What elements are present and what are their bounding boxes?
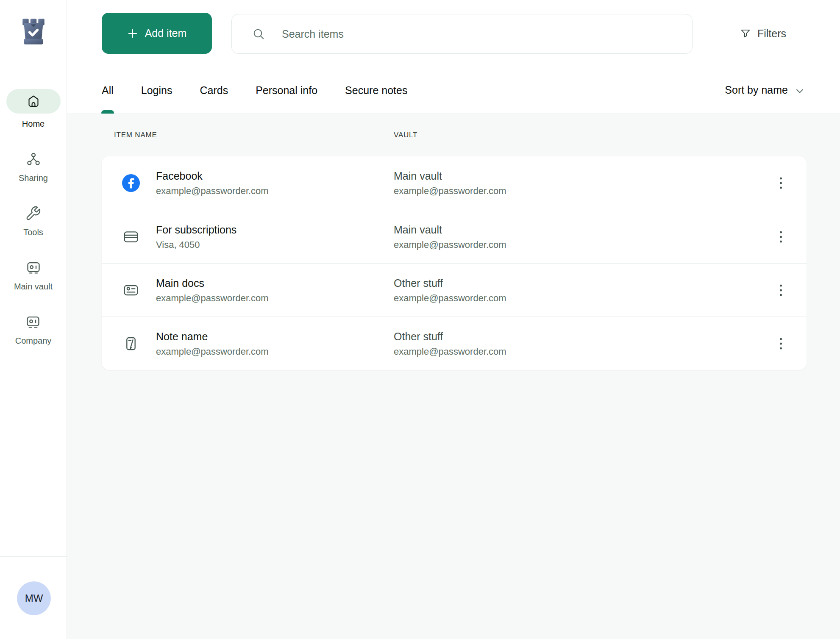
item-row-facebook[interactable]: Facebook example@passworder.com Main vau…	[102, 156, 807, 210]
add-item-button[interactable]: Add item	[102, 13, 212, 54]
sidebar-item-tools[interactable]: Tools	[23, 205, 43, 237]
item-vault: Other stuff	[394, 277, 506, 289]
item-vault: Main vault	[394, 169, 506, 182]
items-list: Facebook example@passworder.com Main vau…	[102, 156, 807, 370]
sidebar-item-label: Main vault	[14, 281, 53, 292]
tab-cards[interactable]: Cards	[200, 83, 228, 97]
item-subtitle: Visa, 4050	[156, 239, 236, 250]
search-box[interactable]	[231, 14, 693, 54]
main-area: Add item Filters All Logins Cards Person…	[67, 0, 840, 639]
items-content: ITEM NAME VAULT Facebook example@passwor…	[67, 114, 840, 639]
row-menu-button[interactable]	[776, 333, 786, 353]
column-header-vault: VAULT	[394, 131, 417, 139]
item-row-note-name[interactable]: Note name example@passworder.com Other s…	[102, 317, 807, 370]
sidebar-item-sharing[interactable]: Sharing	[19, 151, 48, 183]
castle-logo-icon[interactable]	[21, 19, 46, 47]
credit-card-icon	[122, 228, 139, 245]
home-pill	[6, 89, 61, 114]
row-menu-button[interactable]	[776, 280, 786, 300]
sidebar-item-label: Sharing	[19, 173, 48, 183]
item-vault-subtitle: example@passworder.com	[394, 292, 506, 304]
item-subtitle: example@passworder.com	[156, 292, 269, 304]
item-vault-subtitle: example@passworder.com	[394, 239, 506, 250]
search-icon	[252, 28, 265, 40]
id-card-icon	[122, 282, 139, 299]
item-subtitle: example@passworder.com	[156, 185, 269, 197]
wrench-icon	[25, 206, 41, 222]
row-menu-button[interactable]	[776, 173, 786, 193]
tab-all[interactable]: All	[102, 83, 114, 97]
sidebar-item-label: Home	[22, 119, 45, 129]
item-vault-subtitle: example@passworder.com	[394, 185, 506, 197]
item-row-for-subscriptions[interactable]: For subscriptions Visa, 4050 Main vault …	[102, 210, 807, 263]
sidebar-item-label: Company	[15, 336, 52, 346]
add-item-label: Add item	[145, 27, 187, 39]
safe-icon	[25, 260, 42, 276]
tab-personal-info[interactable]: Personal info	[256, 83, 317, 97]
user-avatar[interactable]: MW	[17, 581, 51, 615]
row-menu-button[interactable]	[776, 227, 786, 247]
sidebar-item-company[interactable]: Company	[15, 314, 52, 346]
chevron-down-icon	[795, 86, 805, 96]
facebook-icon	[122, 174, 140, 192]
sort-label: Sort by name	[725, 84, 788, 96]
sidebar-nav: Home Sharing Tools	[0, 89, 67, 346]
filters-button[interactable]: Filters	[740, 21, 786, 46]
note-icon	[122, 335, 139, 352]
column-header-item-name: ITEM NAME	[114, 131, 157, 139]
search-input[interactable]	[282, 28, 692, 40]
item-vault-subtitle: example@passworder.com	[394, 346, 506, 357]
tabs-row: All Logins Cards Personal info Secure no…	[102, 83, 805, 97]
item-vault: Main vault	[394, 223, 506, 236]
item-name: Note name	[156, 330, 269, 343]
home-icon	[26, 94, 41, 108]
filters-label: Filters	[757, 28, 786, 40]
sidebar-item-main-vault[interactable]: Main vault	[14, 259, 53, 292]
sidebar-item-label: Tools	[23, 227, 43, 237]
item-subtitle: example@passworder.com	[156, 346, 269, 357]
sort-dropdown[interactable]: Sort by name	[725, 84, 805, 96]
app-window: Home Sharing Tools	[0, 0, 840, 639]
item-name: For subscriptions	[156, 223, 236, 236]
share-icon	[25, 151, 42, 167]
sidebar-item-home[interactable]: Home	[6, 89, 61, 129]
plus-icon	[127, 28, 138, 39]
tab-secure-notes[interactable]: Secure notes	[345, 83, 407, 97]
tab-logins[interactable]: Logins	[141, 83, 172, 97]
item-vault: Other stuff	[394, 330, 506, 343]
sidebar: Home Sharing Tools	[0, 0, 67, 639]
item-row-main-docs[interactable]: Main docs example@passworder.com Other s…	[102, 263, 807, 317]
item-name: Facebook	[156, 169, 269, 182]
category-tabs: All Logins Cards Personal info Secure no…	[102, 83, 407, 97]
filter-funnel-icon	[740, 28, 751, 39]
item-name: Main docs	[156, 277, 269, 289]
safe-icon	[25, 314, 41, 330]
sidebar-divider	[0, 556, 67, 557]
